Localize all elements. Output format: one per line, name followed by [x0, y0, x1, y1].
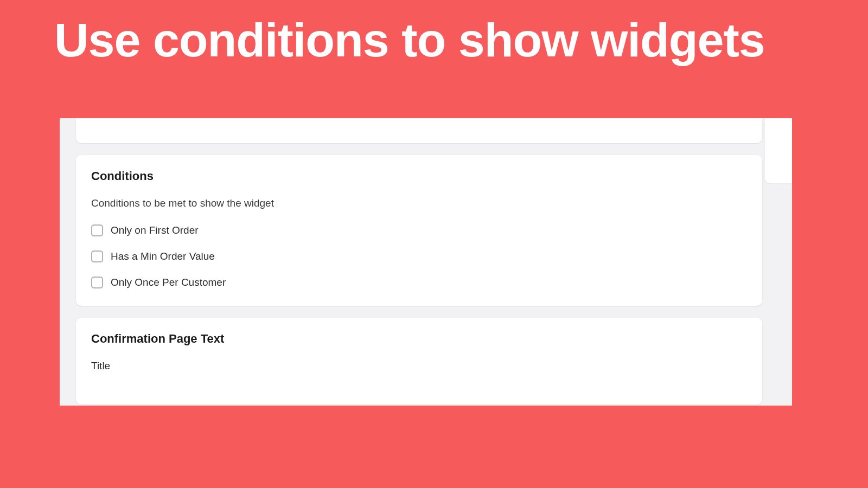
- settings-screenshot: Conditions Conditions to be met to show …: [60, 118, 792, 406]
- condition-row-min-order: Has a Min Order Value: [91, 251, 747, 262]
- settings-scroll-area[interactable]: Conditions Conditions to be met to show …: [76, 118, 762, 406]
- checkbox-min-order[interactable]: [91, 251, 103, 262]
- checkbox-label: Has a Min Order Value: [111, 251, 215, 262]
- conditions-description: Conditions to be met to show the widget: [91, 197, 747, 209]
- conditions-heading: Conditions: [91, 169, 747, 183]
- confirmation-heading: Confirmation Page Text: [91, 332, 747, 346]
- page-title: Use conditions to show widgets: [0, 0, 868, 65]
- checkbox-label: Only Once Per Customer: [111, 277, 226, 288]
- previous-card-sliver: [76, 118, 762, 143]
- checkbox-once-per-customer[interactable]: [91, 277, 103, 288]
- condition-row-once-per-customer: Only Once Per Customer: [91, 277, 747, 288]
- conditions-card: Conditions Conditions to be met to show …: [76, 155, 762, 306]
- confirmation-text-card: Confirmation Page Text Title: [76, 318, 762, 404]
- checkbox-label: Only on First Order: [111, 224, 199, 236]
- scroll-gutter: [765, 118, 792, 183]
- title-field-label: Title: [91, 360, 747, 372]
- condition-row-first-order: Only on First Order: [91, 224, 747, 236]
- checkbox-first-order[interactable]: [91, 224, 103, 236]
